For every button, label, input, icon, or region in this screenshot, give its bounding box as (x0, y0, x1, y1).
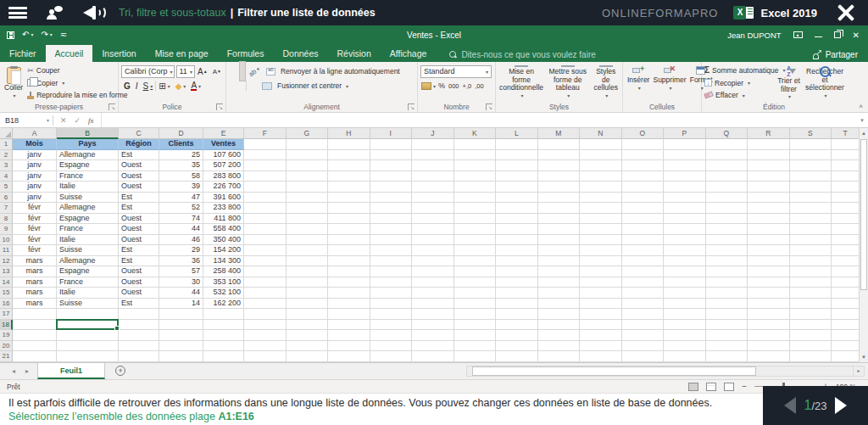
cell-K5[interactable] (454, 182, 497, 193)
cell-G6[interactable] (287, 193, 329, 204)
cell-I9[interactable] (370, 224, 413, 235)
find-select-button[interactable]: Rechercher et sélectionner (805, 64, 844, 101)
cell-D6[interactable]: 47 (159, 193, 203, 204)
horizontal-scroll-thumb[interactable] (472, 366, 756, 376)
cell-O13[interactable] (622, 266, 665, 277)
cell-H6[interactable] (328, 193, 370, 204)
cell-G8[interactable] (287, 214, 329, 225)
cell-J20[interactable] (412, 341, 454, 352)
cell-K19[interactable] (454, 330, 497, 341)
cell-J6[interactable] (412, 193, 454, 204)
cell-A1[interactable]: Mois (13, 139, 57, 150)
cell-H14[interactable] (328, 277, 370, 288)
cell-K14[interactable] (454, 277, 497, 288)
cell-D10[interactable]: 46 (159, 235, 203, 246)
increase-font-icon[interactable]: A▲ (195, 65, 210, 78)
cell-K6[interactable] (454, 193, 497, 204)
column-header-I[interactable]: I (370, 128, 413, 139)
cell-L8[interactable] (496, 214, 538, 225)
cell-N14[interactable] (580, 277, 622, 288)
row-header-15[interactable]: 15 (0, 288, 13, 299)
cell-J10[interactable] (412, 235, 454, 246)
cell-J12[interactable] (412, 256, 454, 267)
cell-N15[interactable] (580, 288, 622, 299)
cell-O12[interactable] (622, 256, 665, 267)
cell-K3[interactable] (454, 160, 497, 171)
cell-T21[interactable] (832, 351, 860, 362)
page-break-view-icon[interactable] (724, 383, 734, 391)
cell-N10[interactable] (580, 235, 622, 246)
cell-N21[interactable] (580, 351, 622, 362)
cell-N17[interactable] (580, 309, 622, 320)
cell-L15[interactable] (496, 288, 538, 299)
cell-E17[interactable] (203, 309, 244, 320)
cell-S19[interactable] (790, 330, 832, 341)
scroll-down-icon[interactable]: ▼ (860, 352, 868, 362)
cell-F5[interactable] (244, 182, 287, 193)
cell-N4[interactable] (580, 171, 622, 182)
cell-Q16[interactable] (706, 299, 748, 310)
cell-T8[interactable] (832, 214, 860, 225)
cell-F11[interactable] (244, 245, 287, 256)
cell-A14[interactable]: mars (13, 277, 57, 288)
cell-O11[interactable] (622, 245, 665, 256)
cell-L12[interactable] (496, 256, 538, 267)
cell-A15[interactable]: mars (13, 288, 57, 299)
cell-N8[interactable] (580, 214, 622, 225)
cell-G11[interactable] (287, 245, 329, 256)
cell-A5[interactable]: janv (13, 182, 57, 193)
trainer-icon[interactable] (46, 6, 63, 20)
cell-T4[interactable] (832, 171, 860, 182)
cell-D3[interactable]: 35 (159, 160, 203, 171)
cell-S2[interactable] (790, 150, 832, 161)
cell-R2[interactable] (748, 150, 790, 161)
delete-cells-button[interactable]: ✕ Supprimer (651, 64, 687, 101)
cell-P18[interactable] (664, 320, 706, 331)
cell-I7[interactable] (370, 203, 413, 214)
minimize-icon[interactable] (815, 36, 822, 37)
cell-P21[interactable] (664, 351, 706, 362)
cell-A6[interactable]: janv (13, 193, 57, 204)
cell-B17[interactable] (57, 309, 119, 320)
cell-F2[interactable] (244, 150, 287, 161)
row-header-7[interactable]: 7 (0, 203, 13, 214)
cell-C4[interactable]: Ouest (119, 171, 159, 182)
cell-I2[interactable] (370, 150, 413, 161)
cell-K20[interactable] (454, 341, 497, 352)
cell-E5[interactable]: 226 700 (203, 182, 244, 193)
cell-D9[interactable]: 44 (159, 224, 203, 235)
cell-E19[interactable] (203, 330, 244, 341)
font-size-select[interactable]: 11▾ (176, 65, 196, 78)
cell-T15[interactable] (832, 288, 860, 299)
cell-L16[interactable] (496, 299, 538, 310)
cell-P15[interactable] (664, 288, 706, 299)
cell-T14[interactable] (832, 277, 860, 288)
cell-E13[interactable]: 258 400 (203, 266, 244, 277)
page-layout-view-icon[interactable] (706, 383, 716, 391)
cell-L1[interactable] (496, 139, 538, 150)
cell-K4[interactable] (454, 171, 497, 182)
cell-M14[interactable] (538, 277, 581, 288)
cell-G7[interactable] (287, 203, 329, 214)
cell-F19[interactable] (244, 330, 287, 341)
cell-H18[interactable] (328, 320, 370, 331)
cell-H17[interactable] (328, 309, 370, 320)
cell-G12[interactable] (287, 256, 329, 267)
cell-S3[interactable] (790, 160, 832, 171)
cell-E2[interactable]: 107 600 (203, 150, 244, 161)
copy-button[interactable]: Copier (27, 77, 127, 89)
cell-B9[interactable]: France (57, 224, 119, 235)
cell-I5[interactable] (370, 182, 413, 193)
cell-I20[interactable] (370, 341, 413, 352)
cell-E15[interactable]: 532 100 (203, 288, 244, 299)
cell-H16[interactable] (328, 299, 370, 310)
autosum-button[interactable]: ΣSomme automatique (704, 64, 772, 76)
cell-N19[interactable] (580, 330, 622, 341)
cell-M11[interactable] (538, 245, 581, 256)
cell-B14[interactable]: France (57, 277, 119, 288)
cell-C2[interactable]: Est (119, 150, 159, 161)
cell-P8[interactable] (664, 214, 706, 225)
cell-E12[interactable]: 134 300 (203, 256, 244, 267)
cell-G1[interactable] (287, 139, 329, 150)
cell-N20[interactable] (580, 341, 622, 352)
